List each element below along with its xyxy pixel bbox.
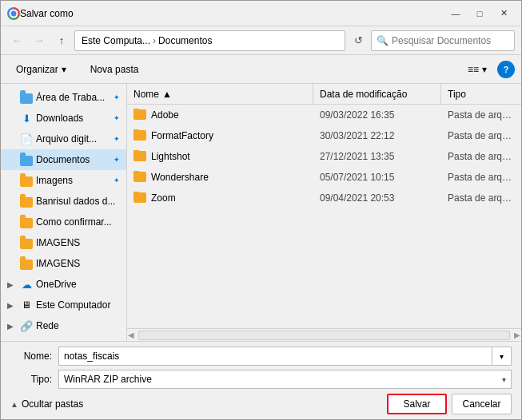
filename-dropdown-btn[interactable]: ▾ [492,347,512,366]
app-icon [7,7,20,20]
file-date-cell: 05/07/2021 10:15 [313,172,441,183]
close-button[interactable]: ✕ [492,6,515,22]
refresh-button[interactable]: ↺ [349,31,368,50]
pin-icon: ✦ [114,135,120,143]
cloud-icon: ☁ [20,278,33,291]
view-arrow-icon: ▾ [482,64,487,75]
sidebar-item-label: Banrisul dados d... [36,196,120,207]
file-list: Nome ▲ Data de modificação Tipo Adobe [127,84,521,341]
select-arrow-icon: ▾ [502,375,506,384]
col-date-label: Data de modificação [320,89,407,100]
path-part1: Este Computa... [82,35,150,46]
col-type-label: Tipo [448,89,466,100]
computer-icon: 🖥 [20,299,33,311]
toolbar: Organizar ▾ Nova pasta ≡≡ ▾ ? [1,55,521,84]
folder-yellow-icon [20,195,33,208]
cancel-button[interactable]: Cancelar [452,394,512,414]
up-button[interactable]: ↑ [52,31,71,50]
search-box[interactable]: 🔍 [371,30,515,51]
forward-button[interactable]: → [30,31,49,50]
scroll-track[interactable] [138,331,510,340]
view-button[interactable]: ≡≡ ▾ [459,59,496,80]
table-row[interactable]: Adobe 09/03/2022 16:35 Pasta de arqu... [127,105,521,125]
filetype-value: WinRAR ZIP archive [64,374,152,385]
sidebar-item-imagens3[interactable]: IMAGENS [1,253,126,274]
address-path[interactable]: Este Computa... › Documentos [74,30,345,51]
sidebar-item-imagens2[interactable]: IMAGENS [1,232,126,253]
expander-icon: ▶ [7,301,17,310]
sidebar-item-label: Rede [36,320,120,331]
organize-arrow-icon: ▾ [62,64,66,75]
network-icon: 🔗 [20,319,33,332]
sidebar-item-imagens[interactable]: Imagens ✦ [1,170,126,191]
new-folder-button[interactable]: Nova pasta [82,59,148,80]
folder-yellow-icon [20,174,33,187]
table-row[interactable]: Zoom 09/04/2021 20:53 Pasta de arqu... [127,188,521,208]
table-row[interactable]: FormatFactory 30/03/2021 22:12 Pasta de … [127,125,521,146]
file-date-cell: 09/04/2021 20:53 [313,192,441,204]
file-type-cell: Pasta de arqu... [441,172,521,183]
file-type-cell: Pasta de arqu... [441,130,521,141]
search-input[interactable] [392,35,512,46]
col-name-header[interactable]: Nome ▲ [127,84,313,104]
sidebar-item-banrisul[interactable]: Banrisul dados d... [1,191,126,212]
file-name-cell: Lightshot [127,150,313,163]
pin-icon: ✦ [114,93,120,101]
col-date-header[interactable]: Data de modificação [313,84,441,104]
folder-blue-icon [20,153,33,166]
table-row[interactable]: Wondershare 05/07/2021 10:15 Pasta de ar… [127,167,521,188]
address-bar: ← → ↑ Este Computa... › Documentos ↺ 🔍 [1,26,521,55]
folder-icon [133,150,146,163]
file-list-body: Adobe 09/03/2022 16:35 Pasta de arqu... … [127,105,521,328]
filetype-select[interactable]: WinRAR ZIP archive ▾ [58,370,512,389]
help-button[interactable]: ? [497,61,515,78]
maximize-button[interactable]: □ [468,6,491,22]
folder-icon [133,109,146,121]
file-type-cell: Pasta de arqu... [441,192,521,204]
sidebar-item-label: Arquivo digit... [36,133,110,145]
sidebar-item-arquivo-digit[interactable]: 📄 Arquivo digit... ✦ [1,129,126,149]
save-button[interactable]: Salvar [387,394,447,414]
filename-input[interactable] [58,347,492,366]
folder-yellow-icon [20,236,33,249]
file-type-cell: Pasta de arqu... [441,151,521,162]
action-row: ▲ Ocultar pastas Salvar Cancelar [10,394,512,414]
file-name-cell: Adobe [127,109,313,121]
hide-folders-label: Ocultar pastas [22,398,83,410]
hide-folders-button[interactable]: ▲ Ocultar pastas [10,398,83,410]
sidebar-item-label: Documentos [36,154,110,165]
sidebar-item-como-confirmar[interactable]: Como confirmar... [1,212,126,232]
path-separator: › [153,35,156,46]
file-name-label: FormatFactory [151,130,213,141]
sidebar-item-documentos[interactable]: Documentos ✦ [1,149,126,170]
name-row: Nome: ▾ [10,347,512,366]
pin-icon: ✦ [114,156,120,164]
horizontal-scrollbar[interactable]: ◀ ▶ [127,328,521,341]
col-name-label: Nome [133,89,159,100]
back-button[interactable]: ← [7,31,26,50]
sidebar-item-downloads[interactable]: ⬇ Downloads ✦ [1,108,126,129]
sidebar-item-rede[interactable]: ▶ 🔗 Rede [1,315,126,336]
folder-icon [133,129,146,142]
action-buttons: Salvar Cancelar [387,394,512,414]
minimize-button[interactable]: — [444,6,467,22]
file-name-label: Zoom [151,192,176,204]
table-row[interactable]: Lightshot 27/12/2021 13:35 Pasta de arqu… [127,146,521,167]
file-date-cell: 27/12/2021 13:35 [313,151,441,162]
sidebar: Área de Traba... ✦ ⬇ Downloads ✦ 📄 Arqui… [1,84,127,341]
view-controls: ≡≡ ▾ ? [459,59,515,80]
view-label: ≡≡ [468,64,479,75]
col-type-header[interactable]: Tipo [441,84,521,104]
sidebar-item-onedrive[interactable]: ▶ ☁ OneDrive [1,274,126,295]
sidebar-item-label: OneDrive [36,279,120,290]
organize-button[interactable]: Organizar ▾ [7,59,75,80]
type-label: Tipo: [10,374,58,385]
sidebar-item-area-trabalho[interactable]: Área de Traba... ✦ [1,87,126,108]
window-title: Salvar como [20,8,444,19]
sidebar-item-este-computador[interactable]: ▶ 🖥 Este Computador [1,295,126,315]
expander-icon: ▶ [7,322,17,331]
file-name-cell: FormatFactory [127,129,313,142]
file-name-label: Lightshot [151,151,190,162]
dropdown-arrow-icon: ▾ [500,352,504,361]
folder-icon [133,192,146,204]
